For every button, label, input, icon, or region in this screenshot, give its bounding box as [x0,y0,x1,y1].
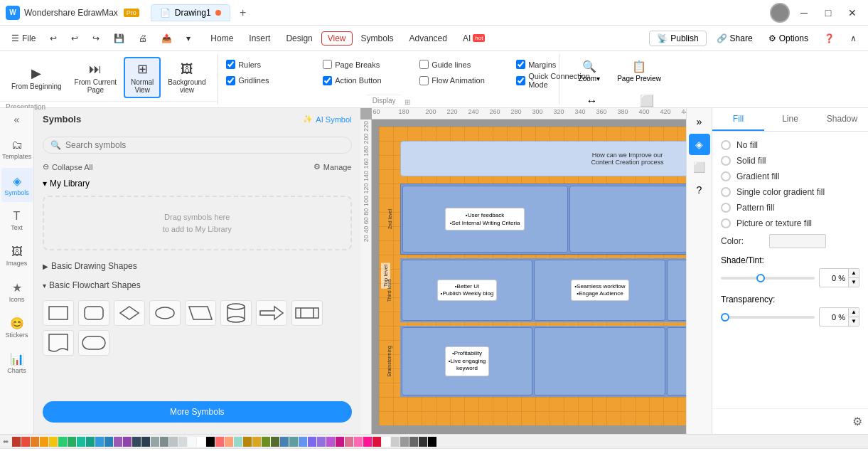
palette-color[interactable] [345,437,353,447]
ai-symbol-button[interactable]: ✨ AI Symbol [303,115,351,124]
palette-color[interactable] [252,437,261,447]
palette-color[interactable] [262,437,270,447]
basic-drawing-header[interactable]: ▶ Basic Drawing Shapes [43,256,352,275]
line-tab[interactable]: Line [764,108,816,131]
box-enhance[interactable]: •Enhance visuals•Productivity [667,260,686,321]
pattern-fill-option[interactable]: Pattern fill [721,203,859,213]
palette-color[interactable] [336,437,344,447]
gradient-fill-option[interactable]: Gradient fill [721,171,859,181]
document-tab[interactable]: 📄 Drawing1 [151,4,230,21]
drawing-canvas-container[interactable]: Top level How can we Improve ourContent … [372,120,687,434]
panel-settings-button[interactable]: ⚙ [852,415,862,428]
palette-color[interactable] [141,437,150,447]
shape-item-parallelogram[interactable] [185,300,216,326]
palette-color[interactable] [308,437,316,447]
sidebar-tab-stickers[interactable]: 😊 Stickers [1,310,33,344]
guidelines-checkbox-item[interactable]: Guide lines [419,60,505,69]
redo-button[interactable]: ↪ [87,31,105,46]
palette-color[interactable] [132,437,141,447]
ai-menu-item[interactable]: AI hot [456,31,492,46]
transparency-input[interactable] [820,312,848,323]
pattern-fill-radio[interactable] [721,203,731,213]
basic-flowchart-header[interactable]: ▾ Basic Flowchart Shapes [43,275,352,295]
quick-connection-checkbox[interactable] [516,76,525,85]
save-button[interactable]: 💾 [108,31,130,46]
manage-button[interactable]: ⚙ Manage [314,162,352,171]
page-breaks-checkbox-item[interactable]: Page Breaks [323,60,408,69]
sidebar-tab-symbols[interactable]: ◈ Symbols [1,168,33,202]
symbols-menu-item[interactable]: Symbols [354,31,401,46]
add-tab-button[interactable]: + [235,4,252,21]
shade-slider-thumb[interactable] [756,274,765,282]
fill-panel-button[interactable]: ◈ [689,134,710,155]
shape-item-rounded[interactable] [78,300,109,326]
palette-color[interactable] [354,437,363,447]
design-menu-item[interactable]: Design [279,31,319,46]
collapse-all-button[interactable]: ⊖ Collapse All [43,162,92,171]
box-empty3[interactable] [667,327,686,396]
palette-color[interactable] [31,437,39,447]
palette-color[interactable] [271,437,279,447]
close-button[interactable]: ✕ [842,3,862,23]
color-swatch[interactable] [769,234,826,248]
no-fill-option[interactable]: No fill [721,140,859,150]
palette-color[interactable] [299,437,307,447]
solid-fill-option[interactable]: Solid fill [721,156,859,166]
shade-increment[interactable]: ▲ [849,269,859,278]
background-view-button[interactable]: 🖼 Background view [162,59,211,97]
guidelines-checkbox[interactable] [419,60,429,69]
options-button[interactable]: ⚙ Options [763,31,814,46]
palette-color[interactable] [197,437,205,447]
palette-color[interactable] [40,437,48,447]
sidebar-tab-charts[interactable]: 📊 Charts [1,346,33,380]
rulers-checkbox-item[interactable]: Rulers [226,60,311,69]
shape-item-terminator[interactable] [78,330,109,356]
single-gradient-fill-option[interactable]: Single color gradient fill [721,187,859,197]
margins-checkbox[interactable] [516,60,525,69]
page-preview-button[interactable]: 📋 Page Preview [611,57,667,85]
palette-color[interactable] [317,437,326,447]
box-seamless[interactable]: •Seamless workflow•Engage Audience [534,260,665,321]
help-button[interactable]: ❓ [818,31,840,46]
box-better-ui[interactable]: •Better UI•Publish Weekly blog [402,260,533,321]
palette-color[interactable] [280,437,289,447]
user-avatar[interactable] [770,3,790,23]
publish-button[interactable]: 📡 Publish [649,31,706,46]
shadow-tab[interactable]: Shadow [816,108,868,131]
shade-input[interactable] [820,272,848,284]
palette-color[interactable] [160,437,168,447]
sidebar-tab-icons[interactable]: ★ Icons [1,275,33,309]
palette-color[interactable] [68,437,76,447]
ribbon-collapse-button[interactable]: ∧ [845,31,862,46]
palette-color[interactable] [21,437,30,447]
view-menu-item[interactable]: View [321,31,353,46]
palette-color[interactable] [363,437,372,447]
gridlines-checkbox[interactable] [226,76,235,85]
header-box[interactable]: How can we Improve ourContent Creation p… [400,141,687,176]
shape-item-arrow[interactable] [256,300,287,326]
palette-neutral[interactable] [391,437,400,447]
box-user-feedback[interactable]: •User feedback•Set Internal Writing Crit… [402,186,568,253]
picture-fill-option[interactable]: Picture or texture fill [721,218,859,228]
palette-color[interactable] [289,437,298,447]
transparency-decrement[interactable]: ▼ [849,317,859,326]
gradient-fill-radio[interactable] [721,171,731,181]
palette-color[interactable] [114,437,122,447]
palette-color[interactable] [243,437,252,447]
more-quick-access[interactable]: ▾ [181,31,196,46]
more-symbols-button[interactable]: More Symbols [43,401,352,423]
shapes-panel-button[interactable]: ⬜ [689,156,710,178]
palette-color[interactable] [225,437,233,447]
palette-color[interactable] [86,437,95,447]
palette-color[interactable] [123,437,132,447]
palette-color[interactable] [49,437,58,447]
export-button[interactable]: 📤 [156,31,178,46]
home-menu-item[interactable]: Home [203,31,240,46]
maximize-button[interactable]: □ [818,3,838,23]
transparency-slider-thumb[interactable] [721,313,729,322]
flow-animation-checkbox-item[interactable]: Flow Animation [419,76,505,85]
normal-view-button[interactable]: ⊞ Normal View [124,57,161,98]
shape-item-rect[interactable] [43,300,74,326]
palette-color[interactable] [169,437,178,447]
action-button-checkbox-item[interactable]: Action Button [323,76,408,85]
